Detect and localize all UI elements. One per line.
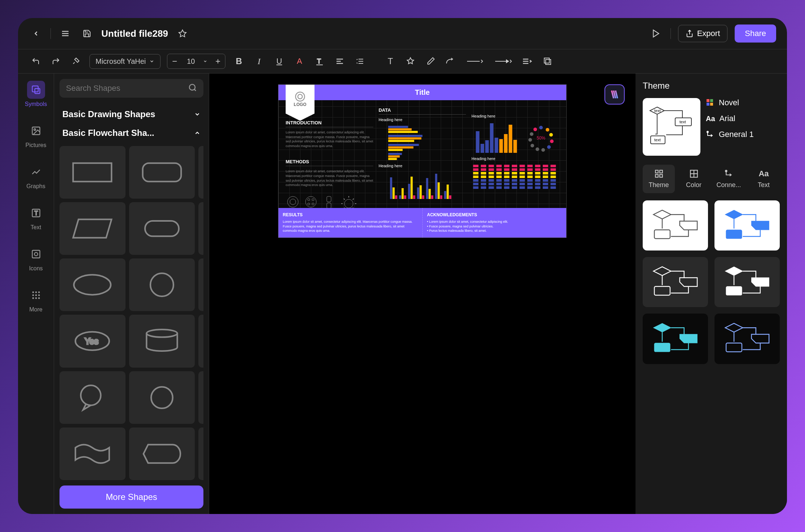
shape-stadium[interactable]: [129, 202, 195, 255]
shape-decision-yes[interactable]: Yes: [60, 315, 126, 367]
svg-rect-172: [496, 176, 502, 178]
svg-rect-163: [512, 172, 517, 174]
layers-button[interactable]: [541, 54, 554, 68]
underline-button[interactable]: U: [272, 54, 286, 68]
svg-rect-195: [504, 183, 510, 185]
chart-heading-4: Heading here: [471, 156, 559, 161]
play-button[interactable]: [649, 26, 663, 41]
tab-text[interactable]: AaText: [748, 165, 780, 193]
shape-rectangle[interactable]: [60, 146, 126, 199]
category-basic-flowchart[interactable]: Basic Flowchart Sha...: [60, 124, 203, 142]
theme-name-row[interactable]: Novel: [706, 98, 754, 107]
tab-theme[interactable]: Theme: [643, 165, 675, 193]
nav-symbols[interactable]: Symbols: [23, 77, 49, 111]
back-button[interactable]: [29, 26, 43, 41]
font-family-select[interactable]: Microsoft YaHei: [89, 54, 160, 69]
menu-button[interactable]: [58, 26, 72, 41]
pictures-icon: [27, 122, 45, 140]
undo-button[interactable]: [29, 54, 43, 68]
arrow-style-button[interactable]: [492, 54, 514, 68]
nav-text[interactable]: T Text: [23, 200, 49, 234]
results-section: RESULTS Lorem ipsum dolor sit amet, cons…: [278, 208, 422, 238]
svg-rect-168: [551, 172, 556, 174]
nav-more[interactable]: More: [23, 283, 49, 316]
font-increase-button[interactable]: +: [211, 54, 225, 68]
eyedropper-button[interactable]: [424, 54, 437, 68]
shape-actor[interactable]: [198, 258, 203, 311]
ai-assistant-badge[interactable]: [604, 84, 625, 105]
theme-option-dark-white[interactable]: [643, 257, 708, 307]
svg-rect-176: [527, 176, 533, 178]
nav-label: Symbols: [25, 101, 47, 107]
shape-connector-circle[interactable]: [129, 371, 195, 424]
line-height-button[interactable]: [353, 54, 367, 68]
theme-option-teal[interactable]: [643, 314, 708, 364]
tab-connector[interactable]: Conne...: [713, 165, 745, 193]
tab-color[interactable]: Color: [678, 165, 710, 193]
nav-label: Pictures: [26, 142, 47, 148]
shape-internal-storage[interactable]: [198, 315, 203, 367]
theme-connector-row[interactable]: General 1: [706, 130, 754, 139]
align-button[interactable]: [333, 54, 347, 68]
bold-button[interactable]: B: [232, 54, 246, 68]
search-box[interactable]: [60, 79, 203, 98]
share-button[interactable]: Share: [735, 25, 776, 43]
shape-offpage[interactable]: [198, 371, 203, 424]
theme-option-light-gray[interactable]: [643, 200, 708, 251]
line-style-button[interactable]: [464, 54, 486, 68]
category-basic-drawing[interactable]: Basic Drawing Shapes: [60, 105, 203, 124]
font-size-value[interactable]: 10: [182, 57, 200, 66]
svg-point-31: [35, 292, 37, 293]
theme-option-dark-fill[interactable]: [714, 257, 780, 307]
theme-font-row[interactable]: Aa Arial: [706, 114, 754, 123]
shape-rounded-rect[interactable]: [129, 146, 195, 199]
font-decrease-button[interactable]: −: [167, 54, 182, 68]
italic-button[interactable]: I: [252, 54, 266, 68]
export-button[interactable]: Export: [678, 25, 728, 42]
intro-text: Lorem ipsum dolor sit amet, consectetur …: [286, 130, 373, 148]
shape-ellipse[interactable]: [60, 258, 126, 311]
redo-button[interactable]: [49, 54, 63, 68]
shape-manual-op[interactable]: [198, 427, 203, 480]
theme-option-wire[interactable]: [714, 314, 780, 364]
shape-circle[interactable]: [129, 258, 195, 311]
list-style-button[interactable]: [520, 54, 534, 68]
shape-hexagon[interactable]: [198, 202, 203, 255]
shape-diamond[interactable]: [198, 146, 203, 199]
svg-rect-165: [527, 172, 533, 174]
format-painter-button[interactable]: [69, 54, 83, 68]
text-color-button[interactable]: A: [292, 54, 306, 68]
svg-rect-198: [527, 183, 533, 185]
document-title[interactable]: Untitled file289: [101, 28, 168, 39]
shape-tool-button[interactable]: [404, 54, 417, 68]
nav-graphs[interactable]: Graphs: [23, 159, 49, 193]
results-label: RESULTS: [283, 212, 418, 217]
svg-marker-4: [653, 30, 659, 37]
search-input[interactable]: [66, 84, 188, 93]
theme-option-light-blue[interactable]: [714, 200, 780, 251]
connector-button[interactable]: [444, 54, 458, 68]
save-icon[interactable]: [80, 26, 94, 41]
document-page[interactable]: LOGO Title INTRODUCTION Lorem ipsum dolo…: [278, 84, 567, 238]
highlight-button[interactable]: T: [313, 54, 326, 68]
svg-rect-149: [489, 168, 494, 171]
svg-rect-181: [481, 179, 486, 182]
svg-rect-138: [489, 165, 494, 167]
font-size-dropdown[interactable]: [200, 59, 211, 63]
text-tool-button[interactable]: T: [383, 54, 397, 68]
svg-rect-164: [520, 172, 525, 174]
favorite-icon[interactable]: [175, 26, 190, 41]
nav-icons[interactable]: Icons: [23, 241, 49, 275]
svg-rect-188: [535, 179, 541, 182]
svg-rect-41: [73, 163, 112, 181]
svg-marker-236: [654, 267, 671, 275]
shape-parallelogram[interactable]: [60, 202, 126, 255]
canvas[interactable]: LOGO Title INTRODUCTION Lorem ipsum dolo…: [209, 74, 635, 514]
shape-callout[interactable]: [60, 371, 126, 424]
nav-pictures[interactable]: Pictures: [23, 118, 49, 152]
shape-display[interactable]: [129, 427, 195, 480]
shape-tape[interactable]: [60, 427, 126, 480]
shape-cylinder[interactable]: [129, 315, 195, 367]
svg-rect-206: [504, 186, 510, 189]
more-shapes-button[interactable]: More Shapes: [60, 486, 203, 509]
